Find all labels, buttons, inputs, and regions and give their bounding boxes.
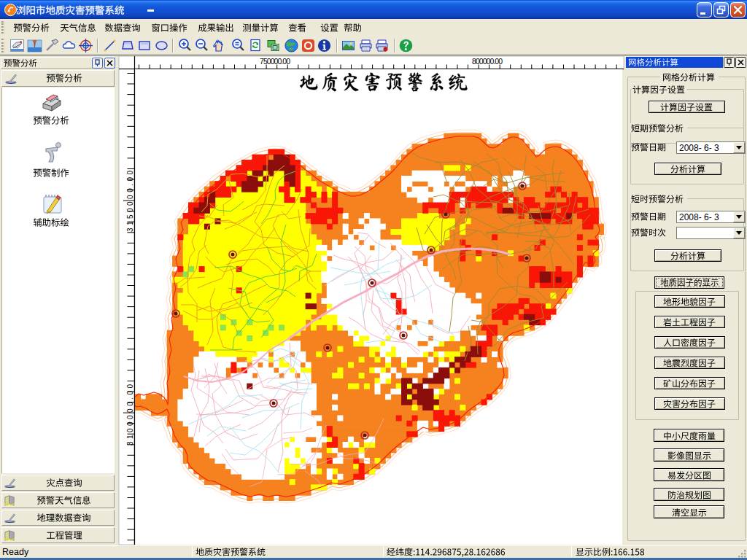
- svg-text:800000.00: 800000.00: [472, 57, 503, 66]
- svg-text:750000.00: 750000.00: [260, 57, 290, 66]
